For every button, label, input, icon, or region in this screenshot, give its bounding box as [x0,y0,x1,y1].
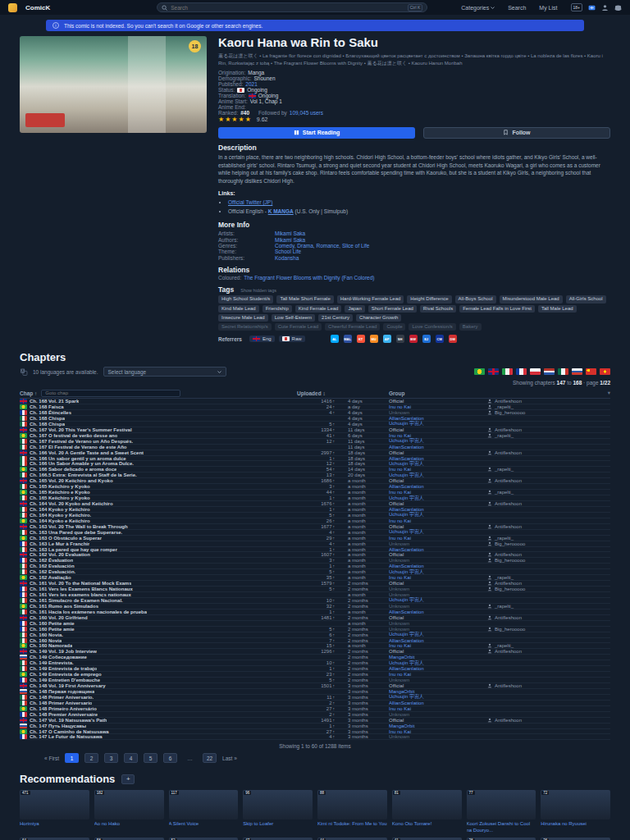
more-info-value[interactable]: Kodansha [275,255,299,261]
chapter-row[interactable]: Ch. 168 Chispa 5↑ 4 days Uchuujin 宇宙人 [20,422,610,427]
group-link[interactable]: AllianScanlation [389,609,487,614]
chapter-row[interactable]: Ch. 167 Vol. 20 This Year's Summer Festi… [20,427,610,433]
tag-chip[interactable]: Kind Female Lead [295,305,342,313]
hidden-tag-chip[interactable]: Love Confession/s [409,323,455,331]
recommendation-cover[interactable]: 81 [392,790,462,819]
language-flag-icon[interactable] [600,368,610,375]
tag-chip[interactable]: Insecure Male Lead [218,314,268,322]
chapter-title[interactable]: Ch. 164 Kyoko y Keiichiro. [20,513,297,518]
chapter-row[interactable]: Ch. 147 Путь Нацусавы 1↑ 3 months MangaO… [20,724,610,729]
chapter-row[interactable]: Ch. 165 Keiichiro y Kyoko 3↑ a month All… [20,484,610,490]
chapter-row[interactable]: Ch. 168 Vol. 21 Spark 1416↑ 4 days Offic… [20,399,610,404]
chapter-title[interactable]: Ch. 163 Vol. 20 The Wall to Break Throug… [20,524,297,529]
upvote-count[interactable]: 2↑ [297,701,335,705]
upvote-count[interactable]: 12↑ [297,439,335,444]
mature-content-toggle[interactable]: 18+ [571,3,582,11]
chapter-title[interactable]: Ch. 160 Petite amie [20,621,297,626]
tag-chip[interactable]: Rival Schools [420,305,456,313]
chapter-row[interactable]: Ch. 161 Vol. 20 To the National Mock Exa… [20,581,610,587]
nav-categories[interactable]: Categories [461,5,495,11]
recommendation-card[interactable]: 72 Hirunaka no Ryuusei [541,790,610,833]
group-link[interactable]: Inu no Kai [389,575,487,580]
chapter-row[interactable]: Ch. 163 La pared que hay que romper 1↑ a… [20,547,610,553]
upvote-count[interactable]: 41↑ [297,433,335,438]
goto-chapter-input[interactable] [41,390,180,397]
tag-chip[interactable]: Hard-Working Female Lead [337,295,404,303]
chapter-title[interactable]: Ch. 166 Un Sabor Amable y un Aroma Dulce… [20,461,297,466]
chapter-row[interactable]: Ch. 149 Entretien D'embauche 5↑ 2 months… [20,678,610,683]
tag-chip[interactable]: 21st Century [318,314,353,322]
chapter-row[interactable]: Ch. 163 Vol. 20 The Wall to Break Throug… [20,524,610,530]
chapter-title[interactable]: Ch. 161 Rumo aos Simulados [20,604,297,609]
chapter-title[interactable]: Ch. 162 Avaliação [20,575,297,580]
brand-name[interactable]: ComicK [25,4,50,11]
chapter-row[interactable]: Ch. 161 Vers les examens blancs nationau… [20,592,610,598]
external-site-icon[interactable]: SH [396,335,404,343]
chapter-title[interactable]: Ch. 148 Vol. 19 First Anniversary [20,683,297,688]
language-flag-icon[interactable] [474,368,485,375]
recommendation-card[interactable]: 117 A Silent Voice [169,790,239,833]
recommendation-cover[interactable]: 72 [541,790,610,819]
start-reading-button[interactable]: Start Reading [218,127,415,139]
uploader-link[interactable]: Antifleshoon [487,478,610,483]
chapter-row[interactable]: Ch. 147 Vol. 19 Natsusawa's Path 1491↑ 3… [20,718,610,724]
tag-chip[interactable]: Kind Male Lead [218,305,259,313]
hidden-tag-chip[interactable]: Secret Relationship/s [218,323,272,331]
upvote-count[interactable]: 27↑ [297,706,335,711]
uploader-link[interactable]: Antifleshoon [487,501,610,506]
group-link[interactable]: Official [389,649,487,654]
upvote-count[interactable]: 5↑ [297,422,335,427]
kmanga-link[interactable]: K MANGA [268,208,294,214]
uploader-link[interactable]: Antifleshoon [487,581,610,586]
group-link[interactable]: AllianScanlation [389,445,487,450]
chapter-title[interactable]: Ch. 161 Simulacro de Examen Nacional. [20,598,297,603]
upvote-count[interactable]: 2↑ [297,712,335,717]
recommendation-title[interactable]: Hirunaka no Ryuusei [541,821,610,833]
group-link[interactable]: Inu no Kai [389,729,487,734]
add-recommendation-button[interactable]: + [121,774,135,784]
recommendation-card[interactable]: 182 Ao no Hako [94,790,164,833]
chapter-row[interactable]: Ch. 166 Vol. 20 A Gentle Taste and a Swe… [20,450,610,456]
group-link[interactable]: Unknown [389,604,487,609]
upvote-count[interactable]: 35↑ [297,575,335,580]
group-link[interactable]: Unknown [389,734,487,739]
upvote-count[interactable]: 6↑ [297,632,335,637]
group-link[interactable]: Inu no Kai [389,536,487,541]
chapter-title[interactable]: Ch. 163 Una Pared que debe Superarse. [20,530,297,535]
page-button[interactable]: 1 [65,753,79,763]
upvote-count[interactable]: 1↑ [297,495,335,500]
chapter-title[interactable]: Ch. 168 Chispa [20,416,297,421]
chapter-row[interactable]: Ch. 168 Faísca 24↑ a day Inu no Kai _rap… [20,404,610,410]
chapter-title[interactable]: Ch. 149 Vol. 19 Job Interview [20,649,297,654]
group-link[interactable]: Official [389,615,487,620]
chapter-row[interactable]: Ch. 164 Vol. 20 Kyoko and Keiichiro 1676… [20,501,610,507]
uploader-link[interactable]: _rapelti_ [487,604,610,609]
upvote-count[interactable]: 1607↑ [297,552,335,557]
recommendation-title[interactable]: Horimiya [20,821,89,833]
uploader-link[interactable]: Antifleshoon [487,524,610,529]
chapter-title[interactable]: Ch. 148 Primer Aniversario [20,701,297,705]
chapter-title[interactable]: Ch. 163 Le Mur à Franchir [20,541,297,546]
chapter-row[interactable]: Ch. 162 Evaluación. 5↑ a month Uchuujin … [20,569,610,575]
chapter-title[interactable]: Ch. 164 Vol. 20 Kyoko and Keiichiro [20,501,297,506]
chapter-row[interactable]: Ch. 163 Le Mur à Franchir 4↑ a month Unk… [20,541,610,547]
hidden-tag-chip[interactable]: Bakery [459,323,482,331]
chapter-row[interactable]: Ch. 147 O Caminho de Natsusawa 27↑ 3 mon… [20,729,610,735]
chapter-row[interactable]: Ch. 160 Vol. 20 Girlfriend 1481↑ 2 month… [20,615,610,621]
page-button[interactable]: 3 [104,753,118,763]
chapter-title[interactable]: Ch. 166 Vol. 20 A Gentle Taste and a Swe… [20,450,297,455]
star-rating[interactable]: ★★★★★ [218,116,252,123]
chapter-row[interactable]: Ch. 149 Vol. 19 Job Interview 1296↑ 2 mo… [20,649,610,655]
sort-by-uploaded[interactable]: Uploaded ↕ [297,390,389,396]
group-link[interactable]: Unknown [389,621,487,626]
chapter-row[interactable]: Ch. 162 Evaluación 1↑ a month AllianScan… [20,564,610,569]
chapter-row[interactable]: Ch. 149 Entrevista de trabajo 1↑ 2 month… [20,666,610,672]
upvote-count[interactable]: 3↑ [297,484,335,489]
comick-logo-icon[interactable] [8,3,17,12]
official-twitter-link[interactable]: Official Twitter (JP) [228,199,272,205]
group-link[interactable]: Unknown [389,678,487,682]
tag-chip[interactable]: High School Student/s [218,295,273,303]
external-site-icon[interactable]: DM [449,335,457,343]
chapter-row[interactable]: Ch. 165 Keiichiro y Kyoko 1↑ a month Uch… [20,495,610,501]
chapter-row[interactable]: Ch. 165 Vol. 20 Keiichiro and Kyoko 1686… [20,478,610,484]
